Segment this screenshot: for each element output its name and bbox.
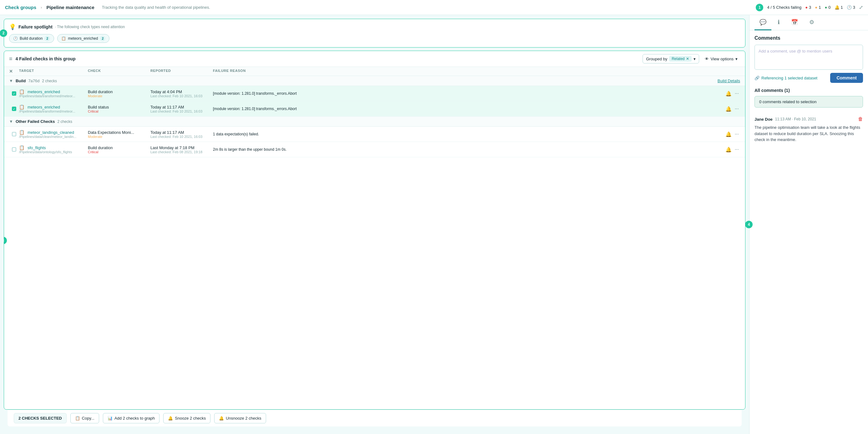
checkbox-1[interactable]: ✓	[12, 91, 16, 96]
grouped-by-button[interactable]: Grouped by Related ✕ ▾	[643, 54, 699, 63]
more-button-2[interactable]: ···	[734, 105, 740, 112]
cell-checkbox-4[interactable]	[9, 147, 19, 152]
grouped-by-tag: Related ✕	[669, 56, 691, 62]
spotlight-tag-meteors[interactable]: 📋 meteors_enriched 2	[57, 34, 110, 43]
cell-reason-4: 2m 8s is larger than the upper bound 1m …	[213, 147, 721, 152]
referencing-link[interactable]: 🔗 Referencing 1 selected dataset	[754, 76, 817, 80]
table-header: ✕ TARGET CHECK REPORTED FAILURE REASON	[4, 67, 745, 76]
comments-selection-box: 0 comments related to selection	[754, 96, 863, 107]
stat-red: ● 3	[805, 5, 811, 10]
table-body: ▼ Build 7a76d 2 checks Build Details ✓	[4, 76, 745, 409]
col-target-header: TARGET	[19, 69, 88, 74]
checks-failing: 4 / 5 Checks failing	[767, 5, 801, 10]
bell-icon-4[interactable]: 🔔	[725, 147, 732, 153]
comment-button[interactable]: Comment	[830, 73, 863, 83]
expand-icon[interactable]: ⤢	[859, 4, 863, 10]
col-failure-header: FAILURE REASON	[213, 69, 721, 74]
target-icon-1: 📋	[19, 89, 24, 94]
table-row: 📋 sfo_flights /Pipelines/data/ontology/s…	[4, 142, 745, 157]
cell-checkbox-2[interactable]: ✓	[9, 106, 19, 111]
group-row-build[interactable]: ▼ Build 7a76d 2 checks Build Details	[4, 76, 745, 86]
group-row-other[interactable]: ▼ Other Failed Checks 2 checks	[4, 117, 745, 127]
reported-last-1: Last checked: Feb 10 2021, 16:03	[150, 94, 213, 98]
reported-time-1: Today at 4:04 PM	[150, 89, 213, 94]
cell-target-4: 📋 sfo_flights /Pipelines/data/ontology/s…	[19, 145, 88, 154]
add-to-graph-button[interactable]: 📊 Add 2 checks to graph	[103, 413, 159, 423]
snooze-button[interactable]: 🔔 Snooze 2 checks	[163, 413, 211, 423]
more-button-3[interactable]: ···	[734, 131, 740, 137]
comment-text: The pipeline optimisation team will take…	[754, 124, 863, 143]
table-icon: 📋	[61, 36, 66, 41]
delete-comment-button[interactable]: 🗑	[858, 116, 863, 122]
breadcrumb-sep: ›	[41, 5, 42, 10]
checks-title: 4 Failed checks in this group	[16, 56, 640, 61]
target-icon-2: 📋	[19, 104, 24, 110]
comment-author: Jane Doe	[754, 117, 773, 122]
reason-text-4: 2m 8s is larger than the upper bound 1m …	[213, 147, 721, 152]
collapse-icon[interactable]: ▼	[9, 79, 13, 83]
chevron-down-icon-2: ▾	[736, 57, 738, 61]
cell-reported-3: Today at 11:17 AM Last checked: Feb 10 2…	[150, 130, 213, 138]
copy-icon: 📋	[75, 416, 80, 421]
cell-check-1: Build duration Moderate	[88, 89, 150, 98]
group-count-other: 2 checks	[58, 119, 72, 124]
eye-icon: 👁	[705, 57, 709, 61]
checkbox-4[interactable]	[12, 147, 16, 152]
checks-card-wrapper: 3 ≡ 4 Failed checks in this group Groupe…	[4, 51, 745, 430]
target-name-1[interactable]: meteors_enriched	[28, 89, 60, 94]
tab-calendar[interactable]: 📅	[786, 15, 803, 30]
chevron-down-icon[interactable]: ▾	[693, 57, 696, 61]
comment-placeholder: Add a comment, use @ to mention users	[758, 49, 832, 54]
tab-settings[interactable]: ⚙	[804, 15, 819, 30]
bell-icon-3[interactable]: 🔔	[725, 131, 732, 137]
unsnooze-button[interactable]: 🔔 Unsnooze 2 checks	[214, 413, 266, 423]
check-name-2: Build status	[88, 105, 150, 110]
severity-2: Critical	[88, 110, 150, 113]
table-row: ✓ 📋 meteors_enriched /Pipelines/data/tra…	[4, 101, 745, 117]
view-options-button[interactable]: 👁 View options ▾	[702, 55, 740, 63]
group-id: 7a76d	[28, 79, 39, 83]
all-comments-header: All comments (1)	[754, 88, 863, 93]
bell-icon-2[interactable]: 🔔	[725, 106, 732, 112]
bottom-bar: 2 CHECKS SELECTED 📋 Copy... 📊 Add 2 chec…	[7, 410, 742, 427]
stat-orange: ● 1	[815, 5, 821, 10]
target-path-2: /Pipelines/data/transformed/meteor...	[19, 110, 88, 113]
target-name-3[interactable]: meteor_landings_cleaned	[28, 130, 74, 135]
comment-input-area[interactable]: Add a comment, use @ to mention users	[754, 45, 863, 70]
cell-checkbox-1[interactable]: ✓	[9, 91, 19, 96]
unsnooze-icon: 🔔	[219, 416, 224, 421]
bell-icon-1[interactable]: 🔔	[725, 91, 732, 97]
reported-last-3: Last checked: Feb 10 2021, 16:03	[150, 135, 213, 138]
severity-3: Moderate	[88, 135, 150, 138]
cell-reported-2: Today at 11:17 AM Last checked: Feb 10 2…	[150, 105, 213, 113]
stat-green: ● 0	[825, 5, 831, 10]
breadcrumb-current: Pipeline maintenance	[46, 5, 94, 10]
tab-info[interactable]: ℹ	[773, 15, 785, 30]
reported-last-4: Last checked: Feb 08 2021, 19:18	[150, 150, 213, 154]
more-button-1[interactable]: ···	[734, 90, 740, 97]
step-badge-2: 2	[0, 29, 7, 37]
checkbox-2[interactable]: ✓	[12, 106, 16, 111]
collapse-icon-2[interactable]: ▼	[9, 119, 13, 124]
col-checkbox: ✕	[9, 69, 19, 74]
target-name-4[interactable]: sfo_flights	[28, 145, 46, 150]
cell-check-2: Build status Critical	[88, 105, 150, 113]
spotlight-header: 💡 Failure spotlight · The following chec…	[9, 24, 740, 30]
copy-button[interactable]: 📋 Copy...	[70, 413, 99, 423]
more-button-4[interactable]: ···	[734, 146, 740, 153]
tab-comments[interactable]: 💬	[754, 15, 771, 30]
cell-checkbox-3[interactable]	[9, 132, 19, 136]
target-name-2[interactable]: meteors_enriched	[28, 105, 60, 110]
comment-card: Jane Doe 11:13 AM · Feb 10, 2021 🗑 The p…	[754, 113, 863, 147]
breadcrumb-group[interactable]: Check groups	[5, 5, 36, 10]
right-tabs: 💬 ℹ 📅 ⚙	[749, 15, 868, 30]
checkbox-3[interactable]	[12, 132, 16, 136]
severity-4: Critical	[88, 150, 150, 154]
severity-1: Moderate	[88, 94, 150, 98]
spotlight-tag-build-duration[interactable]: 🕐 Build duration 2	[9, 34, 54, 43]
left-panel: 2 💡 Failure spotlight · The following ch…	[0, 15, 749, 434]
tag-close-icon[interactable]: ✕	[686, 57, 689, 61]
build-details-link[interactable]: Build Details	[718, 79, 740, 83]
dot-green: ●	[825, 5, 827, 10]
reason-text-2: [module version: 1.281.0] transforms._er…	[213, 106, 721, 111]
